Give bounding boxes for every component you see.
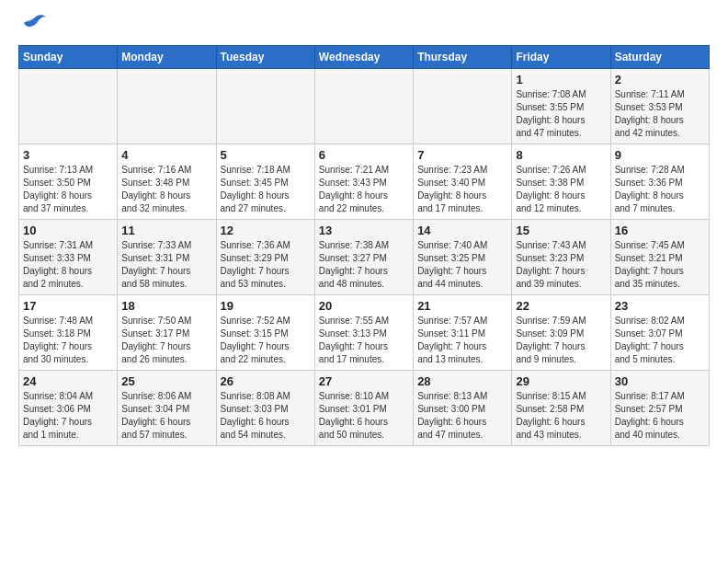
calendar-cell <box>314 69 413 144</box>
day-info: Sunrise: 7:38 AM Sunset: 3:27 PM Dayligh… <box>319 239 409 291</box>
day-info: Sunrise: 7:16 AM Sunset: 3:48 PM Dayligh… <box>121 164 211 215</box>
day-info: Sunrise: 7:48 AM Sunset: 3:18 PM Dayligh… <box>23 315 113 366</box>
day-info: Sunrise: 8:04 AM Sunset: 3:06 PM Dayligh… <box>23 390 113 442</box>
day-info: Sunrise: 7:18 AM Sunset: 3:45 PM Dayligh… <box>221 164 311 215</box>
day-number: 7 <box>417 148 507 162</box>
calendar-cell: 19Sunrise: 7:52 AM Sunset: 3:15 PM Dayli… <box>216 295 314 371</box>
week-row-2: 3Sunrise: 7:13 AM Sunset: 3:50 PM Daylig… <box>19 144 710 220</box>
day-number: 16 <box>615 224 705 237</box>
day-number: 8 <box>516 148 606 162</box>
calendar-cell <box>118 69 216 144</box>
calendar-cell: 6Sunrise: 7:21 AM Sunset: 3:43 PM Daylig… <box>314 144 413 220</box>
day-info: Sunrise: 7:50 AM Sunset: 3:17 PM Dayligh… <box>121 315 211 366</box>
calendar-cell: 25Sunrise: 8:06 AM Sunset: 3:04 PM Dayli… <box>118 371 216 446</box>
header-monday: Monday <box>118 46 216 69</box>
day-number: 20 <box>319 299 409 313</box>
header-sunday: Sunday <box>19 46 118 69</box>
day-info: Sunrise: 8:02 AM Sunset: 3:07 PM Dayligh… <box>615 315 705 366</box>
calendar-cell <box>414 69 512 144</box>
calendar-cell: 3Sunrise: 7:13 AM Sunset: 3:50 PM Daylig… <box>19 144 118 220</box>
header-tuesday: Tuesday <box>216 46 314 69</box>
day-info: Sunrise: 8:15 AM Sunset: 2:58 PM Dayligh… <box>516 390 606 442</box>
calendar-cell: 28Sunrise: 8:13 AM Sunset: 3:00 PM Dayli… <box>414 371 512 446</box>
day-number: 3 <box>23 148 113 162</box>
day-info: Sunrise: 8:08 AM Sunset: 3:03 PM Dayligh… <box>221 390 311 442</box>
header-row: SundayMondayTuesdayWednesdayThursdayFrid… <box>19 46 710 69</box>
day-number: 26 <box>221 374 311 388</box>
day-info: Sunrise: 8:13 AM Sunset: 3:00 PM Dayligh… <box>417 390 507 442</box>
calendar-cell: 21Sunrise: 7:57 AM Sunset: 3:11 PM Dayli… <box>414 295 512 371</box>
day-number: 11 <box>121 224 211 237</box>
calendar-cell: 11Sunrise: 7:33 AM Sunset: 3:31 PM Dayli… <box>118 220 216 295</box>
day-number: 9 <box>615 148 705 162</box>
day-number: 19 <box>221 299 311 313</box>
day-number: 17 <box>23 299 113 313</box>
day-number: 4 <box>121 148 211 162</box>
logo-bird-icon <box>22 14 48 34</box>
day-number: 24 <box>23 374 113 388</box>
day-number: 12 <box>221 224 311 237</box>
logo <box>18 14 48 36</box>
header <box>18 14 710 36</box>
calendar-cell: 9Sunrise: 7:28 AM Sunset: 3:36 PM Daylig… <box>610 144 709 220</box>
calendar-cell: 14Sunrise: 7:40 AM Sunset: 3:25 PM Dayli… <box>414 220 512 295</box>
calendar-cell: 30Sunrise: 8:17 AM Sunset: 2:57 PM Dayli… <box>610 371 709 446</box>
calendar-cell: 5Sunrise: 7:18 AM Sunset: 3:45 PM Daylig… <box>216 144 314 220</box>
calendar-cell: 27Sunrise: 8:10 AM Sunset: 3:01 PM Dayli… <box>314 371 413 446</box>
day-info: Sunrise: 7:21 AM Sunset: 3:43 PM Dayligh… <box>319 164 409 215</box>
day-number: 15 <box>516 224 606 237</box>
header-friday: Friday <box>512 46 610 69</box>
calendar-cell: 18Sunrise: 7:50 AM Sunset: 3:17 PM Dayli… <box>118 295 216 371</box>
day-number: 6 <box>319 148 409 162</box>
calendar-cell: 4Sunrise: 7:16 AM Sunset: 3:48 PM Daylig… <box>118 144 216 220</box>
calendar-cell: 1Sunrise: 7:08 AM Sunset: 3:55 PM Daylig… <box>512 69 610 144</box>
day-number: 2 <box>615 73 705 86</box>
calendar-cell: 24Sunrise: 8:04 AM Sunset: 3:06 PM Dayli… <box>19 371 118 446</box>
header-wednesday: Wednesday <box>314 46 413 69</box>
day-number: 5 <box>221 148 311 162</box>
calendar-cell: 8Sunrise: 7:26 AM Sunset: 3:38 PM Daylig… <box>512 144 610 220</box>
calendar-cell: 26Sunrise: 8:08 AM Sunset: 3:03 PM Dayli… <box>216 371 314 446</box>
day-number: 29 <box>516 374 606 388</box>
day-info: Sunrise: 7:13 AM Sunset: 3:50 PM Dayligh… <box>23 164 113 215</box>
day-info: Sunrise: 7:28 AM Sunset: 3:36 PM Dayligh… <box>615 164 705 215</box>
day-number: 23 <box>615 299 705 313</box>
day-number: 25 <box>121 374 211 388</box>
day-number: 1 <box>516 73 606 86</box>
day-info: Sunrise: 8:17 AM Sunset: 2:57 PM Dayligh… <box>615 390 705 442</box>
calendar-cell: 23Sunrise: 8:02 AM Sunset: 3:07 PM Dayli… <box>610 295 709 371</box>
day-info: Sunrise: 7:40 AM Sunset: 3:25 PM Dayligh… <box>417 239 507 291</box>
day-number: 28 <box>417 374 507 388</box>
header-thursday: Thursday <box>414 46 512 69</box>
day-info: Sunrise: 7:23 AM Sunset: 3:40 PM Dayligh… <box>417 164 507 215</box>
day-number: 30 <box>615 374 705 388</box>
day-number: 27 <box>319 374 409 388</box>
day-info: Sunrise: 8:10 AM Sunset: 3:01 PM Dayligh… <box>319 390 409 442</box>
calendar-cell: 22Sunrise: 7:59 AM Sunset: 3:09 PM Dayli… <box>512 295 610 371</box>
day-number: 22 <box>516 299 606 313</box>
calendar-cell <box>19 69 118 144</box>
day-number: 13 <box>319 224 409 237</box>
day-number: 14 <box>417 224 507 237</box>
day-info: Sunrise: 8:06 AM Sunset: 3:04 PM Dayligh… <box>121 390 211 442</box>
week-row-5: 24Sunrise: 8:04 AM Sunset: 3:06 PM Dayli… <box>19 371 710 446</box>
day-info: Sunrise: 7:36 AM Sunset: 3:29 PM Dayligh… <box>221 239 311 291</box>
day-info: Sunrise: 7:31 AM Sunset: 3:33 PM Dayligh… <box>23 239 113 291</box>
day-info: Sunrise: 7:57 AM Sunset: 3:11 PM Dayligh… <box>417 315 507 366</box>
calendar-table: SundayMondayTuesdayWednesdayThursdayFrid… <box>18 45 710 446</box>
day-info: Sunrise: 7:52 AM Sunset: 3:15 PM Dayligh… <box>221 315 311 366</box>
day-info: Sunrise: 7:08 AM Sunset: 3:55 PM Dayligh… <box>516 88 606 140</box>
day-number: 10 <box>23 224 113 237</box>
day-info: Sunrise: 7:11 AM Sunset: 3:53 PM Dayligh… <box>615 88 705 140</box>
day-number: 21 <box>417 299 507 313</box>
day-info: Sunrise: 7:33 AM Sunset: 3:31 PM Dayligh… <box>121 239 211 291</box>
calendar-cell: 12Sunrise: 7:36 AM Sunset: 3:29 PM Dayli… <box>216 220 314 295</box>
calendar-cell: 16Sunrise: 7:45 AM Sunset: 3:21 PM Dayli… <box>610 220 709 295</box>
day-info: Sunrise: 7:45 AM Sunset: 3:21 PM Dayligh… <box>615 239 705 291</box>
day-info: Sunrise: 7:43 AM Sunset: 3:23 PM Dayligh… <box>516 239 606 291</box>
day-info: Sunrise: 7:55 AM Sunset: 3:13 PM Dayligh… <box>319 315 409 366</box>
week-row-4: 17Sunrise: 7:48 AM Sunset: 3:18 PM Dayli… <box>19 295 710 371</box>
calendar-cell: 13Sunrise: 7:38 AM Sunset: 3:27 PM Dayli… <box>314 220 413 295</box>
day-number: 18 <box>121 299 211 313</box>
calendar-cell <box>216 69 314 144</box>
